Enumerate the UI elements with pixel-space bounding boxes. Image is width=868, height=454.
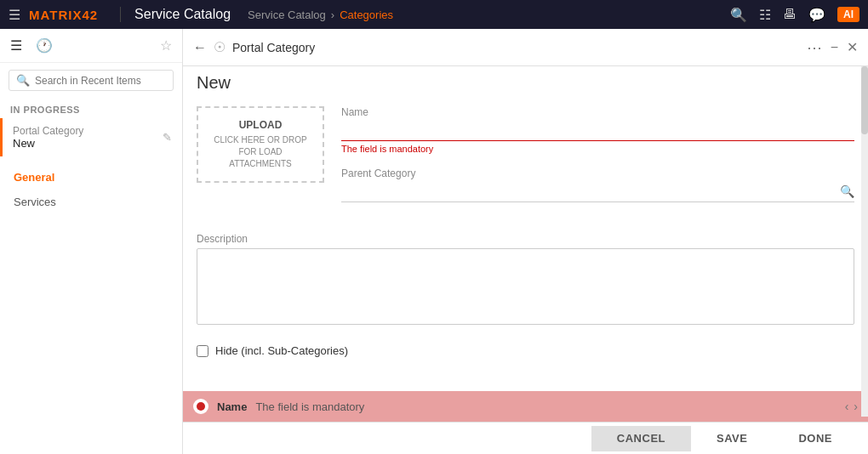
save-button[interactable]: SAVE (691, 426, 773, 451)
breadcrumb-sep: › (331, 9, 334, 21)
error-dot (193, 399, 208, 414)
breadcrumb-current[interactable]: Categories (340, 9, 393, 21)
upload-title: UPLOAD (239, 119, 283, 131)
parent-category-search-icon[interactable]: 🔍 (840, 184, 854, 198)
edit-icon[interactable]: ✎ (163, 131, 172, 144)
sidebar: ☰ 🕐 ☆ 🔍 In Progress Portal Category New … (0, 29, 183, 454)
sidebar-item-title: Portal Category (13, 125, 83, 137)
topnav-right: 🔍 ☷ 🖶 💬 AI (730, 7, 859, 23)
description-input[interactable] (197, 248, 854, 325)
ai-badge[interactable]: AI (837, 7, 859, 22)
brand: MATRIX42 (29, 8, 98, 22)
panel-subtitle: New (183, 66, 868, 93)
error-field-msg: The field is mandatory (255, 400, 364, 413)
name-field-group: Name The field is mandatory (341, 106, 854, 154)
app-title: Service Catalog (120, 7, 231, 22)
parent-category-input[interactable] (341, 181, 840, 201)
upload-sub: CLICK HERE OR DROP FOR LOAD ATTACHMENTS (207, 134, 314, 170)
panel-minimize-icon[interactable]: − (831, 40, 838, 55)
sidebar-menu-icon[interactable]: ☰ (10, 37, 22, 54)
sidebar-top-icons: ☰ 🕐 ☆ (0, 29, 182, 63)
parent-category-label: Parent Category (341, 167, 854, 179)
monitor-icon[interactable]: 🖶 (783, 7, 797, 22)
error-field-name: Name (217, 400, 247, 413)
hide-checkbox-row: Hide (incl. Sub-Categories) (197, 344, 854, 357)
sidebar-search-box: 🔍 (9, 70, 174, 91)
description-field-group: Description (197, 233, 854, 327)
error-dot-inner (197, 402, 205, 411)
error-bar: Name The field is mandatory ‹ › (183, 391, 868, 422)
error-nav-right: ‹ › (845, 400, 858, 413)
sidebar-star-icon[interactable]: ☆ (160, 37, 172, 54)
name-label: Name (341, 106, 854, 118)
topnav: ☰ MATRIX42 Service Catalog Service Catal… (0, 0, 868, 29)
hide-checkbox[interactable] (197, 345, 208, 357)
sidebar-nav-section: General Services (0, 165, 182, 214)
error-prev-icon[interactable]: ‹ (845, 400, 849, 413)
parent-category-field-group: Parent Category 🔍 (341, 167, 854, 202)
hamburger-icon[interactable]: ☰ (9, 7, 20, 23)
name-error: The field is mandatory (341, 144, 854, 154)
sidebar-nav-services[interactable]: Services (0, 190, 182, 214)
form-row-top: UPLOAD CLICK HERE OR DROP FOR LOAD ATTAC… (197, 106, 854, 216)
fields-area: Name The field is mandatory Parent Categ… (341, 106, 854, 216)
brand-logo: MATRIX42 (29, 8, 98, 22)
grid-icon[interactable]: ☷ (759, 7, 771, 23)
cancel-button[interactable]: CANCEL (591, 426, 691, 451)
chat-icon[interactable]: 💬 (808, 7, 825, 23)
panel-title: Portal Category (232, 41, 315, 54)
main-layout: ☰ 🕐 ☆ 🔍 In Progress Portal Category New … (0, 29, 868, 454)
sidebar-search-icon: 🔍 (16, 74, 30, 87)
scroll-track[interactable] (861, 66, 868, 417)
done-button[interactable]: DONE (773, 426, 858, 451)
name-input[interactable] (341, 120, 854, 141)
sidebar-item-subtitle: New (13, 137, 83, 150)
description-label: Description (197, 233, 854, 245)
sidebar-section-label: In Progress (0, 98, 182, 118)
scroll-thumb[interactable] (861, 66, 868, 134)
error-next-icon[interactable]: › (854, 400, 858, 413)
back-button[interactable]: ← (193, 40, 207, 55)
search-icon[interactable]: 🔍 (730, 7, 747, 23)
panel-close-icon[interactable]: ✕ (847, 39, 858, 55)
sidebar-history-icon[interactable]: 🕐 (36, 37, 53, 54)
sidebar-nav-general[interactable]: General (0, 165, 182, 190)
breadcrumb-parent[interactable]: Service Catalog (248, 9, 326, 21)
parent-category-field: 🔍 (341, 181, 854, 202)
upload-box[interactable]: UPLOAD CLICK HERE OR DROP FOR LOAD ATTAC… (197, 106, 324, 183)
panel-more-icon[interactable]: ⋯ (807, 38, 822, 57)
hide-checkbox-label: Hide (incl. Sub-Categories) (215, 344, 348, 357)
search-input[interactable] (35, 75, 166, 87)
form-area: UPLOAD CLICK HERE OR DROP FOR LOAD ATTAC… (183, 93, 868, 391)
panel-globe-icon: ☉ (214, 39, 226, 55)
footer-buttons: CANCEL SAVE DONE (183, 422, 868, 454)
content-panel: ← ☉ Portal Category ⋯ − ✕ New UPLOAD CLI… (183, 29, 868, 454)
breadcrumb: Service Catalog › Categories (248, 9, 393, 21)
panel-header: ← ☉ Portal Category ⋯ − ✕ (183, 29, 868, 66)
sidebar-portal-category-item[interactable]: Portal Category New ✎ (0, 118, 182, 156)
